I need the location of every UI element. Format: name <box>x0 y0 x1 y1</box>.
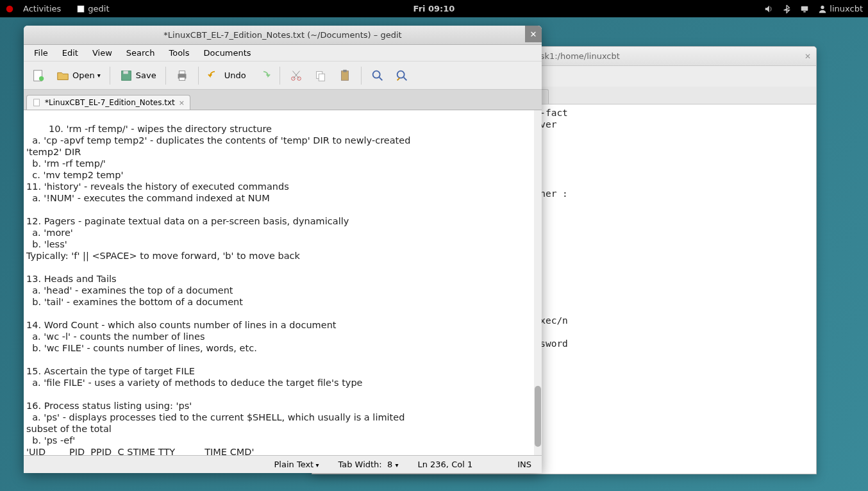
save-label: Save <box>136 71 156 80</box>
gnome-top-bar: Activities gedit Fri 09:10 linuxcbt <box>0 0 868 17</box>
document-content: 10. 'rm -rf temp/' - wipes the directory… <box>26 124 413 455</box>
undo-button[interactable]: Undo <box>204 66 250 85</box>
menu-search[interactable]: Search <box>120 46 162 60</box>
gedit-document-tab[interactable]: *LinuxCBT_EL-7_Edition_Notes.txt × <box>26 95 190 110</box>
svg-rect-12 <box>179 77 185 80</box>
user-menu[interactable]: linuxcbt <box>818 4 863 13</box>
svg-point-0 <box>6 5 13 12</box>
svg-point-7 <box>39 76 44 80</box>
svg-rect-16 <box>319 74 324 81</box>
separator <box>198 67 199 85</box>
undo-icon <box>208 69 222 83</box>
gedit-menubar: File Edit View Search Tools Documents <box>24 45 542 62</box>
print-button[interactable] <box>171 66 193 85</box>
gedit-titlebar[interactable]: *LinuxCBT_EL-7_Edition_Notes.txt (~/Docu… <box>24 26 542 45</box>
print-icon <box>175 69 189 83</box>
menu-file[interactable]: File <box>28 46 54 60</box>
menu-documents[interactable]: Documents <box>197 46 258 60</box>
menu-tools[interactable]: Tools <box>162 46 196 60</box>
cursor-position: Ln 236, Col 1 <box>417 460 472 469</box>
svg-rect-11 <box>179 71 185 74</box>
gedit-tab-close[interactable]: × <box>179 99 185 107</box>
gedit-text-area[interactable]: 10. 'rm -rf temp/' - wipes the directory… <box>24 110 542 455</box>
activities-button[interactable]: Activities <box>17 3 67 15</box>
tabwidth-label: Tab Width: <box>338 460 381 469</box>
editor-vscrollbar[interactable] <box>534 110 542 455</box>
menu-view[interactable]: View <box>86 46 119 60</box>
svg-point-19 <box>372 71 380 78</box>
clock[interactable]: Fri 09:10 <box>413 4 455 13</box>
gedit-window: *LinuxCBT_EL-7_Edition_Notes.txt (~/Docu… <box>24 26 542 473</box>
search-icon <box>371 69 385 83</box>
volume-icon[interactable] <box>764 4 773 13</box>
bluetooth-icon[interactable] <box>782 4 791 13</box>
svg-rect-9 <box>123 71 128 74</box>
gedit-close-button[interactable]: ✕ <box>525 26 542 42</box>
gedit-tab-label: *LinuxCBT_EL-7_Edition_Notes.txt <box>45 98 175 107</box>
gedit-toolbar: Open▾ Save Undo <box>24 62 542 90</box>
svg-rect-3 <box>801 6 808 10</box>
username-label: linuxcbt <box>830 4 863 13</box>
separator <box>280 67 280 85</box>
new-icon <box>31 69 46 83</box>
find-replace-button[interactable] <box>391 66 413 85</box>
display-icon[interactable] <box>800 4 809 13</box>
separator <box>165 67 166 85</box>
svg-rect-18 <box>343 69 347 72</box>
user-icon <box>818 4 827 13</box>
separator <box>361 67 362 85</box>
new-button[interactable] <box>28 66 49 85</box>
svg-point-5 <box>821 5 824 8</box>
tabwidth-selector[interactable]: Tab Width: 8 ▾ <box>338 460 398 469</box>
scrollbar-thumb[interactable] <box>535 386 541 447</box>
cut-button[interactable] <box>285 66 307 85</box>
svg-rect-4 <box>804 11 806 12</box>
svg-rect-21 <box>34 99 40 106</box>
open-label: Open <box>72 71 95 80</box>
gedit-tab-bar: *LinuxCBT_EL-7_Edition_Notes.txt × <box>24 90 542 110</box>
tabwidth-value: 8 <box>387 460 392 469</box>
insert-mode: INS <box>517 460 531 469</box>
copy-button[interactable] <box>310 66 331 85</box>
syntax-mode-selector[interactable]: Plain Text <box>274 460 319 469</box>
find-button[interactable] <box>367 66 388 85</box>
open-dropdown-icon[interactable]: ▾ <box>97 72 101 79</box>
terminal-close-button[interactable]: ✕ <box>805 52 811 61</box>
gedit-statusbar: Plain Text Tab Width: 8 ▾ Ln 236, Col 1 … <box>24 455 542 473</box>
document-icon <box>32 98 41 107</box>
app-name-text: gedit <box>88 4 109 13</box>
open-button[interactable]: Open▾ <box>52 66 104 85</box>
paste-icon <box>338 69 352 83</box>
paste-button[interactable] <box>334 66 356 85</box>
redhat-icon <box>5 4 14 13</box>
save-button[interactable]: Save <box>115 66 160 85</box>
menu-edit[interactable]: Edit <box>56 46 85 60</box>
open-icon <box>56 69 70 83</box>
copy-icon <box>313 69 328 83</box>
redo-icon <box>256 69 271 83</box>
gedit-icon <box>76 4 85 13</box>
cut-icon <box>289 69 303 83</box>
active-app-label[interactable]: gedit <box>70 3 115 15</box>
redo-button[interactable] <box>253 66 274 85</box>
save-icon <box>119 69 133 83</box>
svg-rect-2 <box>78 6 84 12</box>
svg-point-20 <box>397 71 404 78</box>
find-replace-icon <box>395 69 409 83</box>
separator <box>110 67 110 85</box>
svg-rect-17 <box>341 71 348 80</box>
undo-label: Undo <box>224 71 246 80</box>
gedit-title-text: *LinuxCBT_EL-7_Edition_Notes.txt (~/Docu… <box>163 30 401 40</box>
